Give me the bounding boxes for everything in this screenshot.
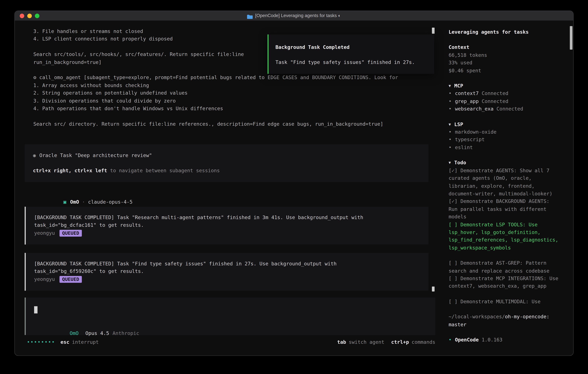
esc-key-hint: esc — [61, 338, 69, 346]
todo-checkmark: [✓] — [449, 198, 457, 204]
todo-heading-label: Todo — [454, 160, 466, 166]
text-cursor — [34, 306, 38, 313]
todo-text: Demonstrate LSP TOOLS: Use lsp_hover, ls… — [449, 222, 558, 250]
lsp-item: •markdown-oxide — [449, 128, 559, 136]
lsp-item: •typescript — [449, 136, 559, 144]
todo-checkmark: [ ] — [449, 260, 457, 266]
scroll-line: 1. Array access without bounds checking — [33, 82, 435, 89]
chevron-down-icon: ▼ — [449, 84, 451, 88]
lsp-heading[interactable]: ▼LSP — [449, 121, 559, 128]
oracle-task-title-row: ◉Oracle Task "Deep architecture review" — [33, 152, 429, 159]
workspace-branch: master — [449, 322, 466, 327]
context-tokens: 66,518 tokens — [449, 51, 559, 59]
lsp-item-name: typescript — [455, 137, 484, 143]
terminal-window: [OpenCode] Leveraging agents for tasks ◐… — [14, 10, 574, 356]
agent-model: claude-opus-4-5 — [88, 199, 133, 205]
mcp-item: •websearch_exa Connected — [449, 105, 559, 113]
prompt-input[interactable]: OmOOpus 4.5Anthropic — [25, 298, 435, 335]
queued-badge: QUEUED — [60, 230, 82, 237]
bullet-icon: • — [449, 98, 452, 104]
bullet-icon: • — [449, 137, 452, 143]
separator-dot: · — [82, 199, 85, 205]
scrollbar-thumb[interactable] — [432, 28, 434, 34]
todo-checkmark: [ ] — [449, 276, 457, 281]
mcp-item-status: Connected — [482, 91, 508, 96]
oracle-task-panel: ◉Oracle Task "Deep architecture review" … — [25, 144, 428, 182]
toast-title: Background Task Completed — [275, 43, 434, 51]
mcp-item-name: grep_app — [455, 98, 479, 104]
todo-heading[interactable]: ▼Todo — [449, 159, 559, 167]
mcp-section: ▼MCP •context7 Connected •grep_app Conne… — [449, 82, 559, 113]
queued-badge: QUEUED — [60, 276, 82, 283]
hint-keys: ctrl+x right, ctrl+x left — [33, 168, 107, 174]
scroll-line: 3. Division operations that could divide… — [33, 97, 435, 105]
message-author: yeongyu — [34, 229, 55, 237]
lsp-item-name: eslint — [455, 145, 473, 150]
todo-checkmark: [ ] — [449, 299, 457, 304]
oracle-icon: ◉ — [33, 153, 36, 158]
context-spent: $0.46 spent — [449, 67, 559, 74]
app-version: 1.0.163 — [482, 337, 502, 343]
todo-text: Demonstrate MCP INTEGRATIONS: Use contex… — [449, 276, 558, 289]
todo-item-active: [ ] Demonstrate LSP TOOLS: Use lsp_hover… — [449, 221, 559, 252]
bullet-icon: • — [449, 337, 452, 343]
toast-body: Task "Find type safety issues" finished … — [275, 59, 434, 67]
bullet-icon: • — [449, 91, 452, 96]
todo-item-pending: [ ] Demonstrate MCP INTEGRATIONS: Use co… — [449, 275, 559, 290]
tab-key-label: switch agent — [349, 338, 384, 346]
folder-icon — [247, 14, 253, 18]
agent-session-header: ▣OmO·claude-opus-4-5 — [34, 191, 133, 198]
app-name: OpenCode — [455, 337, 479, 343]
chevron-down-icon: ▼ — [449, 161, 451, 165]
scroll-line: Search src/ directory. Return specific f… — [33, 120, 435, 128]
traffic-lights — [20, 14, 39, 18]
version-row: •OpenCode 1.0.163 — [449, 336, 559, 344]
chevron-down-icon: ▼ — [449, 122, 451, 126]
zoom-button[interactable] — [35, 14, 39, 18]
session-sidebar: Leveraging agents for tasks Context 66,5… — [443, 21, 574, 356]
mcp-item: •context7 Connected — [449, 90, 559, 97]
message-meta: yeongyu QUEUED — [34, 229, 429, 237]
scroll-line: 4. Path operations that don't handle Win… — [33, 105, 435, 113]
mcp-item-name: websearch_exa — [455, 106, 493, 112]
minimize-button[interactable] — [27, 14, 32, 18]
background-task-message: [BACKGROUND TASK COMPLETED] Task "Find t… — [25, 253, 428, 291]
ctrlp-key-hint: ctrl+p — [391, 338, 409, 346]
oracle-nav-hint: ctrl+x right, ctrl+x left to navigate be… — [33, 167, 429, 175]
todo-item-pending: [ ] Demonstrate MULTIMODAL: Use — [449, 298, 559, 305]
session-title: Leveraging agents for tasks — [449, 28, 559, 36]
titlebar: [OpenCode] Leveraging agents for tasks ◐ — [15, 11, 573, 21]
window-title: [OpenCode] Leveraging agents for tasks ◐ — [247, 12, 341, 20]
message-text: [BACKGROUND TASK COMPLETED] Task "Find t… — [34, 260, 429, 268]
mcp-item: •grep_app Connected — [449, 98, 559, 105]
todo-checkmark: [ ] — [449, 222, 457, 227]
message-text: task_id="bg_6f59260c" to get results. — [34, 268, 429, 276]
input-agent-name: OmO — [70, 331, 79, 336]
mcp-item-status: Connected — [496, 106, 523, 112]
background-task-message: [BACKGROUND TASK COMPLETED] Task "Resear… — [25, 207, 428, 245]
close-button[interactable] — [20, 14, 24, 18]
ctrlp-key-label: commands — [412, 338, 435, 346]
sidebar-scrollbar-thumb[interactable] — [570, 26, 572, 50]
screen: [OpenCode] Leveraging agents for tasks ◐… — [0, 0, 588, 374]
status-bar: •••••••• esc interrupt tab switch agent … — [15, 338, 443, 346]
todo-item-done: [✓] Demonstrate AGENTS: Show all 7 curat… — [449, 167, 559, 198]
context-used: 33% used — [449, 59, 559, 67]
workspace-path-prefix: ~/local-workspaces/ — [449, 314, 505, 320]
todo-item-done: [✓] Demonstrate BACKGROUND AGENTS: Run p… — [449, 198, 559, 221]
scroll-line — [33, 113, 435, 120]
agent-name: OmO — [70, 199, 79, 205]
workspace-path: ~/local-workspaces/oh-my-opencode: maste… — [449, 313, 559, 329]
lsp-section: ▼LSP •markdown-oxide •typescript •eslint — [449, 121, 559, 152]
message-text: task_id="bg_dcfac161" to get results. — [34, 222, 429, 229]
agent-checkbox-icon: ▣ — [63, 199, 66, 205]
mcp-heading[interactable]: ▼MCP — [449, 82, 559, 90]
scroll-line: 3. File handles or streams not closed — [33, 28, 435, 35]
esc-key-label: interrupt — [72, 338, 99, 346]
lsp-item: •eslint — [449, 144, 559, 151]
bullet-icon: • — [449, 145, 452, 150]
mcp-item-status: Connected — [482, 98, 508, 104]
scrollbar-thumb[interactable] — [432, 287, 434, 291]
scroll-line: 2. String operations on potentially unde… — [33, 89, 435, 97]
background-task-toast: Background Task Completed Task "Find typ… — [268, 34, 434, 74]
